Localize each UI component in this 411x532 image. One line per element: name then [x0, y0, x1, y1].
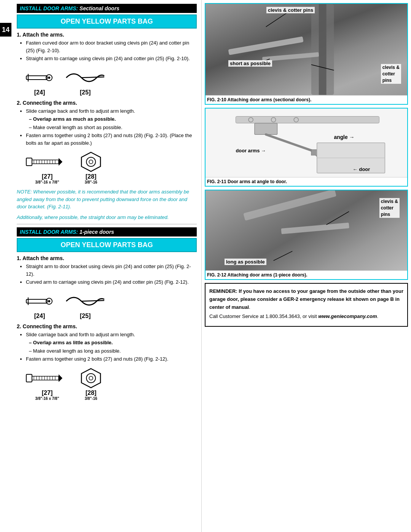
nut-2-icon [78, 367, 104, 390]
step2-bullets-2: Slide carriage back and forth to adjust … [17, 331, 197, 363]
svg-rect-25 [26, 374, 32, 382]
list-item: – Overlap arms as little as possible. [29, 339, 197, 347]
svg-rect-20 [26, 299, 47, 303]
right-panel: clevis & cotter pins short as possible c… [202, 0, 411, 532]
svg-marker-36 [59, 374, 62, 382]
step2-title-1: 2. Connecting the arms. [17, 100, 197, 106]
part-25-1: [25] [62, 66, 108, 96]
parts-row-2: [27] 3/8"-16 x 7/8" [28] 3/8"-16 [24, 150, 197, 184]
parts-bag-header-2: OPEN YELLOW PARTS BAG [17, 238, 197, 252]
svg-line-62 [274, 251, 293, 261]
clevis-pin-icon [24, 66, 55, 89]
fig212-label-clevis: clevis &cotterpins [379, 198, 400, 218]
list-item: Straight arm to door bracket using clevi… [26, 263, 197, 278]
note-1: NOTE: Whenever possible, it is recommend… [17, 188, 197, 211]
parts-row-3: [24] [25] [24, 290, 197, 320]
svg-rect-6 [32, 160, 59, 164]
fig-212-photo: clevis &cotterpins long as possible [206, 190, 407, 270]
fig212-label-long: long as possible [225, 259, 266, 265]
svg-point-38 [86, 374, 96, 383]
nut-icon [78, 150, 104, 173]
svg-rect-53 [311, 150, 317, 155]
fig-211-svg: angle → door arms → ← door [206, 109, 407, 177]
step2-title-2: 2. Connecting the arms. [17, 323, 197, 329]
part-25-2: [25] [62, 290, 108, 320]
cotter-pin-icon [62, 66, 108, 89]
parts-row-4: [27] 3/8"-16 x 7/8" [28] 3/8"-16 [24, 367, 197, 401]
part-27-2: [27] 3/8"-16 x 7/8" [24, 367, 70, 401]
svg-rect-59 [243, 190, 336, 221]
fig-211-diagram: angle → door arms → ← door [206, 109, 407, 177]
step1-title-1: 1. Attach the arms. [17, 32, 197, 38]
step1-bullets-2: Straight arm to door bracket using clevi… [17, 263, 197, 286]
svg-line-61 [327, 211, 349, 225]
list-item: Slide carriage back and forth to adjust … [26, 331, 197, 339]
clevis-pin-2-icon [24, 290, 55, 313]
svg-rect-47 [236, 117, 379, 123]
fig-210-box: clevis & cotter pins short as possible c… [205, 3, 408, 105]
reminder-text: REMINDER: If you have no access to your … [209, 288, 403, 311]
part-24-2: [24] [24, 290, 55, 320]
fig210-label-clevis-right: clevis &cotterpins [381, 64, 401, 84]
step1-bullets-1: Fasten curved door arm to door bracket u… [17, 39, 197, 62]
parts-bag-header-1: OPEN YELLOW PARTS BAG [17, 14, 197, 29]
left-panel: 14 INSTALL DOOR ARMS: Sectional doors OP… [0, 0, 202, 532]
list-item: Straight arm to carriage using clevis pi… [26, 55, 197, 62]
section-header-1: INSTALL DOOR ARMS: Sectional doors [17, 4, 197, 13]
reminder-call: Call Customer Service at 1.800.354.3643,… [209, 313, 403, 321]
page-number: 14 [0, 23, 11, 37]
step2-bullets-1: Slide carriage back and forth to adjust … [17, 107, 197, 147]
svg-rect-51 [255, 123, 277, 134]
list-item: Fasten curved door arm to door bracket u… [26, 39, 197, 54]
part-27-1: [27] 3/8"-16 x 7/8" [24, 150, 70, 184]
fig-210-overlay [206, 4, 407, 95]
fig-212-caption: FIG. 2-12 Attaching door arms (1-piece d… [206, 270, 407, 279]
svg-text:← door: ← door [353, 166, 370, 172]
list-item: Fasten arms together using 2 bolts (27) … [26, 132, 197, 147]
svg-point-39 [89, 376, 93, 380]
svg-rect-0 [26, 76, 47, 80]
fig210-label-short: short as possible [228, 60, 272, 67]
svg-point-19 [89, 160, 93, 164]
svg-text:angle →: angle → [334, 134, 354, 140]
fig-212-box: clevis &cotterpins long as possible FIG.… [205, 190, 408, 280]
parts-row-1: [24] [25] [24, 66, 197, 96]
svg-rect-26 [32, 376, 59, 380]
svg-line-52 [266, 134, 311, 150]
part-24-1: [24] [24, 66, 55, 96]
list-item: – Make overall length as short as possib… [29, 124, 197, 131]
fig-210-photo: clevis & cotter pins short as possible c… [206, 4, 407, 95]
svg-line-24 [81, 300, 104, 301]
svg-rect-41 [319, 4, 327, 95]
step1-title-2: 1. Attach the arms. [17, 255, 197, 261]
svg-rect-42 [228, 37, 304, 55]
svg-point-18 [86, 157, 96, 166]
note-2: Additionally, where possible, the straig… [17, 214, 197, 221]
fig-211-caption: FIG. 2-11 Door arms at angle to door. [206, 177, 407, 186]
list-item: – Make overall length as long as possibl… [29, 347, 197, 355]
svg-line-4 [81, 77, 104, 78]
svg-point-2 [48, 77, 50, 79]
svg-marker-16 [59, 158, 62, 166]
cotter-pin-2-icon [62, 290, 108, 313]
bolt-2-icon [24, 367, 70, 390]
bolt-icon [24, 150, 70, 173]
svg-marker-37 [81, 369, 100, 388]
svg-rect-60 [281, 222, 349, 234]
fig210-label-clevis-top: clevis & cotter pins [266, 7, 315, 13]
svg-rect-5 [26, 158, 32, 166]
svg-marker-17 [81, 152, 100, 171]
reminder-box: REMINDER: If you have no access to your … [205, 283, 408, 327]
svg-line-44 [266, 12, 289, 27]
part-28-2: [28] 3/8"-16 [78, 367, 104, 401]
part-28-1: [28] 3/8"-16 [78, 150, 104, 184]
svg-point-22 [48, 300, 50, 302]
svg-text:door arms →: door arms → [236, 148, 266, 153]
list-item: Curved arm to carriage using clevis pin … [26, 278, 197, 286]
list-item: Slide carriage back and forth to adjust … [26, 107, 197, 115]
list-item: Fasten arms together using 2 bolts (27) … [26, 355, 197, 363]
section-header-2: INSTALL DOOR ARMS: 1-piece doors [17, 227, 197, 236]
fig-211-box: angle → door arms → ← door FIG. 2-11 Doo… [205, 108, 408, 187]
list-item: – Overlap arms as much as possible. [29, 115, 197, 123]
fig-210-caption: FIG. 2-10 Attaching door arms (sectional… [206, 95, 407, 104]
